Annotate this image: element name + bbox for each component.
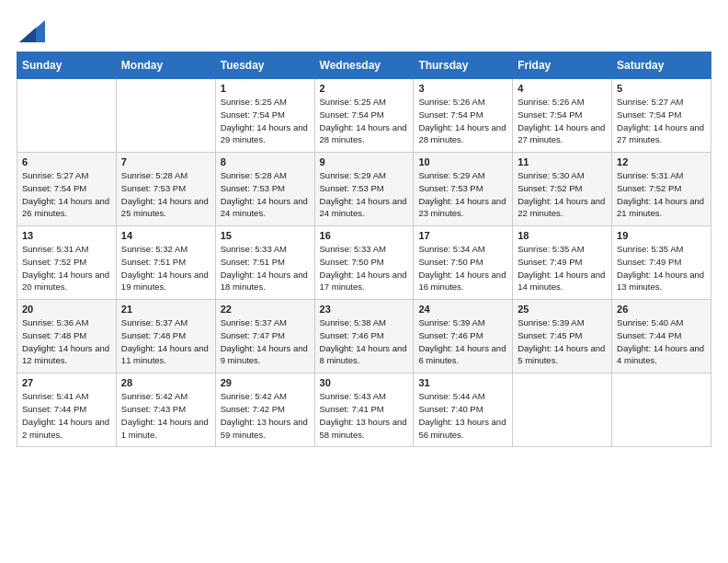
calendar-cell: 7 Sunrise: 5:28 AMSunset: 7:53 PMDayligh… [116,153,215,226]
calendar-row-2: 6 Sunrise: 5:27 AMSunset: 7:54 PMDayligh… [17,153,711,226]
day-detail: Sunrise: 5:37 AMSunset: 7:47 PMDaylight:… [221,317,308,365]
day-number: 15 [221,230,310,241]
day-number: 26 [617,304,706,315]
day-number: 8 [221,156,310,167]
day-number: 3 [418,83,507,94]
calendar-cell: 31 Sunrise: 5:44 AMSunset: 7:40 PMDaylig… [414,373,513,447]
day-detail: Sunrise: 5:34 AMSunset: 7:50 PMDaylight:… [418,244,506,292]
day-detail: Sunrise: 5:38 AMSunset: 7:46 PMDaylight:… [320,317,407,365]
weekday-header-thursday: Thursday [414,52,513,79]
calendar-cell: 19 Sunrise: 5:35 AMSunset: 7:49 PMDaylig… [612,226,711,300]
day-detail: Sunrise: 5:36 AMSunset: 7:48 PMDaylight:… [22,317,109,365]
calendar-cell: 30 Sunrise: 5:43 AMSunset: 7:41 PMDaylig… [314,373,414,447]
day-number: 23 [320,304,409,315]
day-detail: Sunrise: 5:35 AMSunset: 7:49 PMDaylight:… [617,244,704,292]
day-detail: Sunrise: 5:29 AMSunset: 7:53 PMDaylight:… [320,170,407,218]
calendar-cell: 9 Sunrise: 5:29 AMSunset: 7:53 PMDayligh… [314,153,414,226]
day-number: 1 [221,83,310,94]
day-number: 27 [22,377,111,388]
calendar-cell: 11 Sunrise: 5:30 AMSunset: 7:52 PMDaylig… [513,153,612,226]
calendar-cell: 14 Sunrise: 5:32 AMSunset: 7:51 PMDaylig… [116,226,215,300]
day-number: 17 [418,230,507,241]
calendar-cell: 12 Sunrise: 5:31 AMSunset: 7:52 PMDaylig… [612,153,711,226]
day-number: 19 [617,230,706,241]
day-detail: Sunrise: 5:37 AMSunset: 7:48 PMDaylight:… [121,317,209,365]
day-number: 4 [518,83,607,94]
day-detail: Sunrise: 5:35 AMSunset: 7:49 PMDaylight:… [518,244,605,292]
day-number: 11 [518,156,607,167]
calendar-cell: 24 Sunrise: 5:39 AMSunset: 7:46 PMDaylig… [414,300,513,373]
day-number: 9 [320,156,409,167]
day-detail: Sunrise: 5:33 AMSunset: 7:51 PMDaylight:… [221,244,308,292]
day-number: 29 [221,377,310,388]
weekday-header-tuesday: Tuesday [215,52,314,79]
calendar-cell: 20 Sunrise: 5:36 AMSunset: 7:48 PMDaylig… [17,300,117,373]
day-number: 5 [617,83,706,94]
day-detail: Sunrise: 5:42 AMSunset: 7:42 PMDaylight:… [221,391,308,439]
weekday-header-saturday: Saturday [612,52,711,79]
calendar-cell: 6 Sunrise: 5:27 AMSunset: 7:54 PMDayligh… [17,153,117,226]
calendar-cell: 28 Sunrise: 5:42 AMSunset: 7:43 PMDaylig… [116,373,215,447]
day-number: 6 [22,156,111,167]
weekday-header-row: SundayMondayTuesdayWednesdayThursdayFrid… [17,52,711,79]
calendar-cell: 25 Sunrise: 5:39 AMSunset: 7:45 PMDaylig… [513,300,612,373]
calendar-cell: 23 Sunrise: 5:38 AMSunset: 7:46 PMDaylig… [314,300,414,373]
day-number: 18 [518,230,607,241]
day-detail: Sunrise: 5:28 AMSunset: 7:53 PMDaylight:… [221,170,308,218]
day-detail: Sunrise: 5:25 AMSunset: 7:54 PMDaylight:… [221,97,308,144]
day-detail: Sunrise: 5:26 AMSunset: 7:54 PMDaylight:… [518,97,605,144]
day-detail: Sunrise: 5:28 AMSunset: 7:53 PMDaylight:… [121,170,209,218]
calendar-cell: 17 Sunrise: 5:34 AMSunset: 7:50 PMDaylig… [414,226,513,300]
calendar-row-5: 27 Sunrise: 5:41 AMSunset: 7:44 PMDaylig… [17,373,711,447]
calendar-cell: 2 Sunrise: 5:25 AMSunset: 7:54 PMDayligh… [314,79,414,153]
day-detail: Sunrise: 5:39 AMSunset: 7:46 PMDaylight:… [418,317,506,365]
day-number: 28 [121,377,210,388]
calendar-cell: 4 Sunrise: 5:26 AMSunset: 7:54 PMDayligh… [513,79,612,153]
day-detail: Sunrise: 5:31 AMSunset: 7:52 PMDaylight:… [22,244,109,292]
day-number: 30 [320,377,409,388]
day-detail: Sunrise: 5:40 AMSunset: 7:44 PMDaylight:… [617,317,704,365]
day-detail: Sunrise: 5:32 AMSunset: 7:51 PMDaylight:… [121,244,209,292]
calendar-cell [17,79,117,153]
page-container: SundayMondayTuesdayWednesdayThursdayFrid… [0,0,728,464]
calendar-cell: 13 Sunrise: 5:31 AMSunset: 7:52 PMDaylig… [17,226,117,300]
day-detail: Sunrise: 5:44 AMSunset: 7:40 PMDaylight:… [418,391,506,439]
day-number: 10 [418,156,507,167]
calendar-cell: 5 Sunrise: 5:27 AMSunset: 7:54 PMDayligh… [612,79,711,153]
calendar-cell [116,79,215,153]
calendar-cell: 27 Sunrise: 5:41 AMSunset: 7:44 PMDaylig… [17,373,117,447]
weekday-header-wednesday: Wednesday [314,52,414,79]
day-detail: Sunrise: 5:29 AMSunset: 7:53 PMDaylight:… [418,170,506,218]
svg-marker-1 [19,28,36,42]
calendar-cell: 15 Sunrise: 5:33 AMSunset: 7:51 PMDaylig… [215,226,314,300]
calendar-cell: 3 Sunrise: 5:26 AMSunset: 7:54 PMDayligh… [414,79,513,153]
weekday-header-sunday: Sunday [17,52,117,79]
day-number: 16 [320,230,409,241]
calendar-row-4: 20 Sunrise: 5:36 AMSunset: 7:48 PMDaylig… [17,300,711,373]
day-detail: Sunrise: 5:39 AMSunset: 7:45 PMDaylight:… [518,317,605,365]
day-detail: Sunrise: 5:30 AMSunset: 7:52 PMDaylight:… [518,170,605,218]
day-number: 13 [22,230,111,241]
weekday-header-friday: Friday [513,52,612,79]
calendar-cell: 26 Sunrise: 5:40 AMSunset: 7:44 PMDaylig… [612,300,711,373]
calendar-cell: 10 Sunrise: 5:29 AMSunset: 7:53 PMDaylig… [414,153,513,226]
day-detail: Sunrise: 5:33 AMSunset: 7:50 PMDaylight:… [320,244,407,292]
calendar-row-3: 13 Sunrise: 5:31 AMSunset: 7:52 PMDaylig… [17,226,711,300]
day-detail: Sunrise: 5:27 AMSunset: 7:54 PMDaylight:… [617,97,704,144]
day-detail: Sunrise: 5:41 AMSunset: 7:44 PMDaylight:… [22,391,109,439]
calendar-cell: 8 Sunrise: 5:28 AMSunset: 7:53 PMDayligh… [215,153,314,226]
calendar-table: SundayMondayTuesdayWednesdayThursdayFrid… [17,52,711,447]
calendar-cell: 16 Sunrise: 5:33 AMSunset: 7:50 PMDaylig… [314,226,414,300]
day-detail: Sunrise: 5:31 AMSunset: 7:52 PMDaylight:… [617,170,704,218]
calendar-cell [513,373,612,447]
day-detail: Sunrise: 5:43 AMSunset: 7:41 PMDaylight:… [320,391,407,439]
calendar-cell: 18 Sunrise: 5:35 AMSunset: 7:49 PMDaylig… [513,226,612,300]
calendar-cell: 21 Sunrise: 5:37 AMSunset: 7:48 PMDaylig… [116,300,215,373]
day-number: 21 [121,304,210,315]
day-number: 14 [121,230,210,241]
day-number: 25 [518,304,607,315]
calendar-cell: 29 Sunrise: 5:42 AMSunset: 7:42 PMDaylig… [215,373,314,447]
calendar-cell [612,373,711,447]
day-number: 31 [418,377,507,388]
day-number: 24 [418,304,507,315]
